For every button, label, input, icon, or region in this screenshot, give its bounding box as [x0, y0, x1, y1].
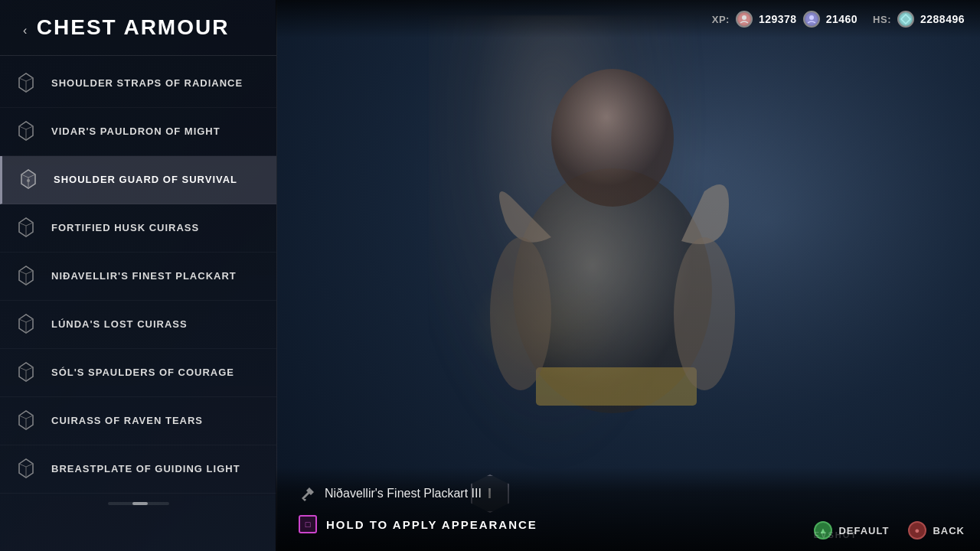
back-button[interactable]: ● BACK [908, 521, 965, 540]
svg-point-1 [551, 69, 674, 207]
list-item[interactable]: CUIRASS OF RAVEN TEARS [0, 397, 276, 445]
list-item[interactable]: SÓL'S SPAULDERS OF COURAGE [0, 349, 276, 397]
item-icon [11, 406, 41, 435]
list-item[interactable]: BREASTPLATE OF GUIDING LIGHT [0, 445, 276, 494]
square-button-icon: □ [299, 515, 317, 533]
svg-point-5 [742, 15, 746, 20]
back-arrow-icon: ‹ [23, 24, 27, 37]
svg-marker-7 [901, 15, 910, 24]
item-icon [11, 69, 41, 98]
preview-name-area: Niðavellir's Finest Plackart III [276, 484, 980, 509]
item-name: SÓL'S SPAULDERS OF COURAGE [51, 367, 234, 380]
item-icon [11, 455, 41, 484]
scroll-thumb [132, 502, 148, 505]
atreus-icon [803, 11, 820, 28]
item-name: VIDAR'S PAULDRON OF MIGHT [51, 126, 220, 139]
list-item[interactable]: SHOULDER STRAPS OF RADIANCE [0, 60, 276, 108]
list-item[interactable]: FORTIFIED HUSK CUIRASS [0, 204, 276, 253]
svg-point-3 [490, 237, 551, 390]
item-icon [11, 214, 41, 243]
xp-group: XP: 129378 21460 [712, 11, 858, 28]
watermark: EVSHOT [814, 530, 858, 540]
item-icon [11, 262, 41, 291]
svg-point-4 [674, 237, 735, 390]
back-label: BACK [933, 525, 965, 536]
item-name: BREASTPLATE OF GUIDING LIGHT [51, 463, 240, 476]
svg-point-6 [809, 15, 814, 20]
item-name: FORTIFIED HUSK CUIRASS [51, 222, 199, 235]
list-item[interactable]: VIDAR'S PAULDRON OF MIGHT [0, 108, 276, 156]
panel-title-area: ‹ CHEST ARMOUR [0, 0, 276, 56]
svg-point-11 [27, 179, 30, 182]
hammer-icon [299, 484, 317, 503]
armour-list: SHOULDER STRAPS OF RADIANCE VIDAR'S PAUL… [0, 60, 276, 494]
item-icon [11, 358, 41, 387]
item-icon [11, 117, 41, 146]
item-name: SHOULDER STRAPS OF RADIANCE [51, 77, 243, 90]
page-title: CHEST ARMOUR [37, 15, 230, 39]
item-name: LÚNDA'S LOST CUIRASS [51, 318, 188, 331]
action-label: HOLD TO APPLY APPEARANCE [326, 518, 537, 531]
svg-rect-2 [536, 367, 697, 406]
list-item[interactable]: NIÐAVELLIR'S FINEST PLACKART [0, 253, 276, 301]
hs-value: 2288496 [920, 13, 965, 25]
list-item[interactable]: LÚNDA'S LOST CUIRASS [0, 301, 276, 349]
circle-button-icon: ● [908, 521, 926, 540]
preview-item-name: Niðavellir's Finest Plackart III [325, 487, 482, 500]
xp-label: XP: [712, 14, 730, 25]
list-item-selected[interactable]: SHOULDER GUARD OF SURVIVAL [0, 156, 276, 204]
scroll-track [108, 502, 169, 505]
kratos-icon [736, 11, 753, 28]
hs-icon [897, 11, 914, 28]
item-name: CUIRASS OF RAVEN TEARS [51, 415, 203, 428]
hud-bar: XP: 129378 21460 HS: 2288496 [276, 0, 980, 38]
kratos-xp: 129378 [759, 13, 797, 25]
item-icon [14, 165, 43, 194]
item-name: SHOULDER GUARD OF SURVIVAL [54, 174, 237, 187]
item-icon [11, 310, 41, 339]
hs-label: HS: [873, 14, 891, 25]
item-name: NIÐAVELLIR'S FINEST PLACKART [51, 270, 237, 283]
hs-group: HS: 2288496 [873, 11, 965, 28]
atreus-xp: 21460 [826, 13, 858, 25]
left-panel: ‹ CHEST ARMOUR SHOULDER STRAPS OF RADIAN… [0, 0, 277, 551]
